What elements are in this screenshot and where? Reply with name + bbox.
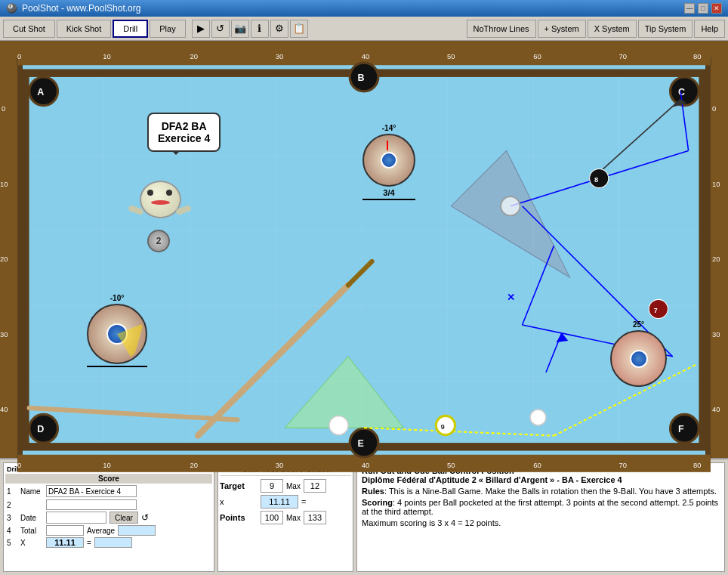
speech-bubble: DFA2 BA Exercice 4 bbox=[147, 113, 221, 152]
refresh-icon-button[interactable]: ↺ bbox=[211, 20, 230, 38]
close-button[interactable]: ✕ bbox=[711, 3, 722, 14]
target-label: Target bbox=[220, 481, 258, 490]
help-button[interactable]: Help bbox=[694, 20, 725, 38]
points-max-label: Max bbox=[286, 514, 301, 522]
svg-text:10: 10 bbox=[712, 180, 720, 188]
target-max-value: 12 bbox=[304, 479, 326, 493]
scoring-label: Scoring bbox=[362, 498, 393, 507]
svg-text:8: 8 bbox=[594, 175, 598, 184]
svg-text:20: 20 bbox=[712, 255, 720, 263]
svg-text:F: F bbox=[678, 424, 684, 434]
multiplier-value: 11.11 bbox=[261, 495, 298, 509]
svg-point-81 bbox=[530, 410, 546, 425]
speech-line1: DFA2 BA bbox=[158, 120, 210, 132]
tip-system-button[interactable]: Tip System bbox=[638, 20, 693, 38]
info-icon-button[interactable]: ℹ bbox=[251, 20, 269, 38]
average-label: Average bbox=[87, 527, 115, 535]
points-value: 100 bbox=[261, 511, 283, 524]
angle-indicator-left: -10° bbox=[87, 294, 147, 369]
svg-text:20: 20 bbox=[190, 461, 197, 469]
settings-icon-button[interactable]: ⚙ bbox=[270, 20, 288, 38]
svg-point-55 bbox=[671, 414, 699, 443]
camera-icon-button[interactable]: 📷 bbox=[231, 20, 249, 38]
speech-line2: Exercice 4 bbox=[158, 132, 210, 144]
scoring-text: : 4 points per Ball pocketed at the firs… bbox=[362, 498, 718, 516]
name-input[interactable] bbox=[46, 485, 137, 497]
svg-text:B: B bbox=[358, 73, 365, 83]
svg-text:0: 0 bbox=[17, 461, 21, 469]
svg-text:60: 60 bbox=[533, 461, 541, 469]
maximize-button[interactable]: □ bbox=[698, 3, 708, 14]
desc-scoring: Scoring: 4 points per Ball pocketed at t… bbox=[362, 498, 720, 516]
svg-text:30: 30 bbox=[276, 52, 283, 60]
svg-text:40: 40 bbox=[0, 405, 8, 413]
clipboard-icon-button[interactable]: 📋 bbox=[290, 20, 308, 38]
svg-text:20: 20 bbox=[0, 255, 8, 263]
x-value: 11.11 bbox=[46, 537, 84, 548]
app-icon: 🎱 bbox=[6, 3, 17, 14]
kick-shot-button[interactable]: Kick Shot bbox=[57, 20, 111, 38]
row-num-1: 1 bbox=[7, 487, 17, 496]
svg-text:D: D bbox=[37, 424, 44, 434]
total-label: Total bbox=[20, 527, 43, 535]
angle-indicator-top: -14° 3/4 bbox=[362, 124, 415, 202]
target-max-label: Max bbox=[286, 482, 301, 490]
name-label: Name bbox=[20, 487, 43, 496]
points-label: Points bbox=[220, 513, 258, 522]
x-label: X bbox=[20, 539, 43, 547]
mascot: 2 bbox=[132, 173, 193, 249]
desc-rules: Rules: This is a Nine-Ball Game. Make th… bbox=[362, 487, 720, 496]
pool-table: 0 10 20 30 40 50 60 70 80 0 10 20 30 40 … bbox=[0, 41, 728, 479]
angle-indicator-right: 25° bbox=[610, 320, 667, 387]
svg-text:50: 50 bbox=[447, 52, 455, 60]
cut-shot-button[interactable]: Cut Shot bbox=[3, 20, 55, 38]
date-input[interactable] bbox=[46, 512, 106, 524]
multiplier-equals: = bbox=[301, 497, 306, 506]
minimize-button[interactable]: — bbox=[684, 3, 695, 14]
svg-text:10: 10 bbox=[103, 52, 110, 60]
svg-text:9: 9 bbox=[441, 422, 445, 431]
date-label: Date bbox=[20, 514, 43, 522]
svg-text:80: 80 bbox=[693, 461, 701, 469]
rules-text: : This is a Nine-Ball Game. Make the Bal… bbox=[384, 487, 717, 496]
svg-text:40: 40 bbox=[362, 52, 369, 60]
target-value: 9 bbox=[261, 479, 283, 493]
svg-text:50: 50 bbox=[447, 461, 455, 469]
x-system-button[interactable]: X System bbox=[588, 20, 637, 38]
rules-label: Rules bbox=[362, 487, 384, 496]
svg-text:A: A bbox=[37, 87, 44, 97]
nothrow-lines-button[interactable]: NoThrow Lines bbox=[467, 20, 536, 38]
drill-button[interactable]: Drill bbox=[113, 20, 148, 38]
play-button[interactable]: Play bbox=[150, 20, 185, 38]
svg-text:60: 60 bbox=[533, 52, 541, 60]
svg-point-74 bbox=[590, 169, 609, 188]
svg-text:80: 80 bbox=[693, 52, 701, 60]
svg-text:E: E bbox=[358, 438, 364, 449]
svg-text:7: 7 bbox=[654, 306, 658, 314]
svg-point-78 bbox=[436, 416, 455, 434]
points-max-value: 133 bbox=[304, 511, 326, 524]
svg-text:30: 30 bbox=[712, 330, 720, 339]
svg-text:30: 30 bbox=[276, 461, 283, 469]
svg-text:0: 0 bbox=[712, 104, 716, 113]
svg-text:20: 20 bbox=[190, 52, 197, 60]
svg-text:70: 70 bbox=[618, 461, 626, 469]
desc-max: Maximum scoring is 3 x 4 = 12 points. bbox=[362, 518, 720, 527]
svg-point-76 bbox=[649, 299, 668, 318]
svg-text:30: 30 bbox=[0, 330, 8, 339]
svg-text:10: 10 bbox=[0, 180, 8, 188]
row-num-4: 4 bbox=[7, 527, 17, 535]
svg-text:40: 40 bbox=[362, 461, 369, 469]
svg-text:40: 40 bbox=[712, 405, 720, 413]
toolbar: Cut Shot Kick Shot Drill Play ▶ ↺ 📷 ℹ ⚙ … bbox=[0, 17, 728, 41]
svg-point-80 bbox=[329, 416, 348, 434]
plus-system-button[interactable]: + System bbox=[538, 20, 586, 38]
play-icon-button[interactable]: ▶ bbox=[192, 20, 210, 38]
equals-label: = bbox=[87, 539, 91, 547]
clear-button[interactable]: Clear bbox=[110, 512, 138, 524]
svg-text:0: 0 bbox=[2, 104, 5, 113]
app-title: PoolShot - www.PoolShot.org bbox=[22, 3, 140, 14]
svg-text:✕: ✕ bbox=[507, 292, 515, 303]
row-num-5: 5 bbox=[7, 539, 17, 547]
svg-text:0: 0 bbox=[17, 52, 21, 60]
